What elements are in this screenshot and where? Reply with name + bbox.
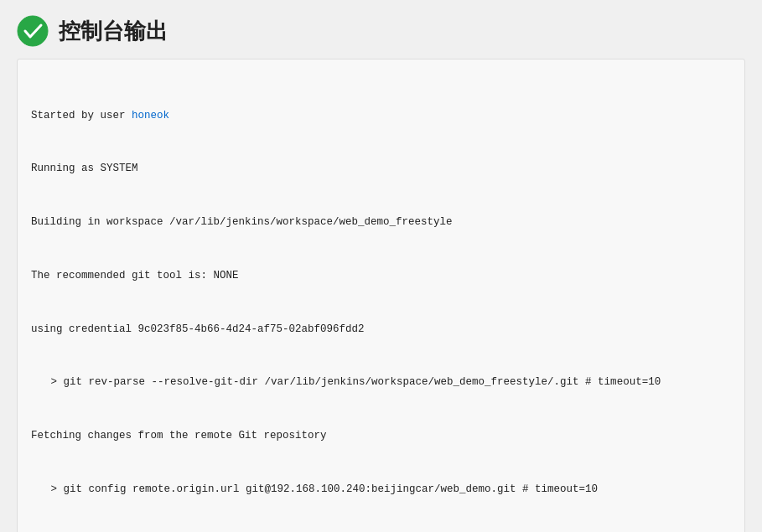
- console-line: Building in workspace /var/lib/jenkins/w…: [31, 214, 731, 231]
- svg-point-0: [18, 16, 48, 46]
- page-title: 控制台输出: [59, 17, 168, 46]
- console-output: Started by user honeok Running as SYSTEM…: [17, 59, 745, 532]
- console-line: Started by user honeok: [31, 107, 731, 125]
- console-line: > git config remote.origin.url git@192.1…: [31, 481, 731, 498]
- page-container: 控制台输出 Started by user honeok Running as …: [0, 0, 762, 532]
- console-line: > git rev-parse --resolve-git-dir /var/l…: [31, 374, 731, 391]
- console-line: The recommended git tool is: NONE: [31, 267, 731, 285]
- page-header: 控制台输出: [17, 15, 745, 47]
- console-line: using credential 9c023f85-4b66-4d24-af75…: [31, 321, 731, 338]
- check-icon: [17, 15, 49, 47]
- console-line: Fetching changes from the remote Git rep…: [31, 427, 731, 445]
- console-line: Running as SYSTEM: [31, 160, 731, 178]
- user-link[interactable]: honeok: [132, 110, 169, 121]
